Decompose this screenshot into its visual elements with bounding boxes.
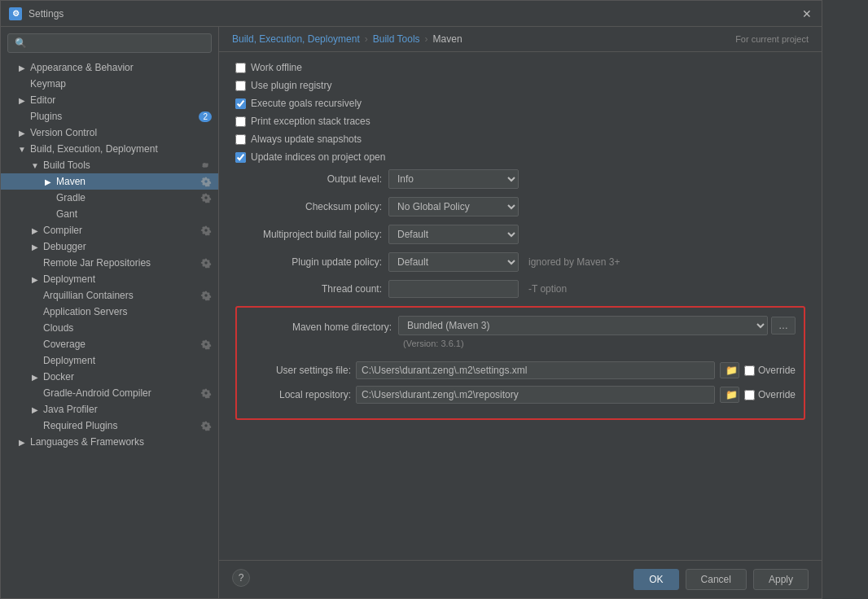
sidebar-item-gradle[interactable]: Gradle <box>1 190 218 206</box>
plugin-update-control: Default Force Update Do Not Update ignor… <box>388 252 805 272</box>
sidebar-item-editor[interactable]: ▶ Editor <box>1 92 218 108</box>
close-button[interactable]: ✕ <box>800 7 813 20</box>
sidebar-item-clouds[interactable]: Clouds <box>1 320 218 336</box>
sidebar-item-maven[interactable]: ▶ Maven <box>1 173 218 190</box>
thread-count-label: Thread count: <box>235 283 382 295</box>
use-plugin-registry-checkbox[interactable] <box>235 81 246 91</box>
checkbox-execute-goals: Execute goals recursively <box>235 98 805 109</box>
local-repo-browse-button[interactable]: 📁 <box>720 387 739 403</box>
checkbox-always-update: Always update snapshots <box>235 133 805 145</box>
output-level-select[interactable]: Info Debug Quiet <box>388 169 519 189</box>
sidebar-item-required-plugins[interactable]: Required Plugins <box>1 418 218 434</box>
local-repo-override: Override <box>744 389 796 400</box>
breadcrumb-part1[interactable]: Build, Execution, Deployment <box>232 33 360 45</box>
gear-icon <box>200 225 212 236</box>
sidebar-item-deployment2[interactable]: Deployment <box>1 352 218 369</box>
sidebar-item-label: Version Control <box>30 127 97 138</box>
always-update-checkbox[interactable] <box>235 134 246 145</box>
sidebar-item-arquillian[interactable]: Arquillian Containers <box>1 287 218 304</box>
expand-arrow-icon: ▶ <box>43 177 53 186</box>
sidebar-item-app-servers[interactable]: Application Servers <box>1 304 218 320</box>
sidebar-item-java-profiler[interactable]: ▶ Java Profiler <box>1 401 218 418</box>
sidebar-item-compiler[interactable]: ▶ Compiler <box>1 222 218 238</box>
sidebar-item-docker[interactable]: ▶ Docker <box>1 369 218 385</box>
thread-count-hint: -T option <box>528 283 567 295</box>
checksum-policy-select[interactable]: No Global Policy Fail Warn Ignore <box>388 197 519 216</box>
sidebar-item-deployment[interactable]: ▶ Deployment <box>1 271 218 287</box>
help-button[interactable]: ? <box>232 569 250 587</box>
multiproject-fail-select[interactable]: Default Fail At End Never Fail <box>388 225 519 244</box>
sidebar-item-coverage[interactable]: Coverage <box>1 336 218 352</box>
sidebar-item-debugger[interactable]: ▶ Debugger <box>1 238 218 255</box>
user-settings-input[interactable] <box>356 361 715 379</box>
sidebar-item-label: Keymap <box>30 78 66 90</box>
app-icon: ⚙ <box>9 7 22 20</box>
update-indices-checkbox[interactable] <box>235 152 246 163</box>
sidebar-item-version-control[interactable]: ▶ Version Control <box>1 125 218 141</box>
expand-arrow-icon: ▶ <box>30 242 40 251</box>
maven-home-select[interactable]: Bundled (Maven 3) <box>398 316 768 335</box>
execute-goals-checkbox[interactable] <box>235 98 246 109</box>
sidebar-item-label: Java Profiler <box>43 404 98 415</box>
plugin-update-select[interactable]: Default Force Update Do Not Update <box>388 252 519 272</box>
sidebar-item-appearance[interactable]: ▶ Appearance & Behavior <box>1 59 218 76</box>
user-settings-row: User settings file: 📁 Override <box>245 361 796 379</box>
expand-arrow-icon: ▶ <box>30 404 40 414</box>
gear-icon <box>200 160 212 171</box>
plugin-update-label: Plugin update policy: <box>235 256 382 268</box>
expand-arrow-icon <box>30 356 40 365</box>
cancel-button[interactable]: Cancel <box>686 569 747 590</box>
breadcrumb-part2[interactable]: Build Tools <box>373 33 420 45</box>
sidebar-item-keymap[interactable]: Keymap <box>1 76 218 92</box>
local-repo-label: Local repository: <box>245 389 351 400</box>
sidebar-item-label: Debugger <box>43 241 86 252</box>
maven-version-note: (Version: 3.6.1) <box>400 339 464 348</box>
maven-home-browse-button[interactable]: … <box>771 317 796 334</box>
apply-button[interactable]: Apply <box>753 569 809 590</box>
sidebar-item-label: Gradle-Android Compiler <box>43 387 151 399</box>
user-settings-override-label: Override <box>758 365 796 376</box>
multiproject-fail-label: Multiproject build fail policy: <box>235 229 382 240</box>
local-repo-input[interactable] <box>356 386 715 404</box>
user-settings-override: Override <box>744 365 796 376</box>
checkbox-use-plugin: Use plugin registry <box>235 80 805 91</box>
work-offline-checkbox[interactable] <box>235 63 246 73</box>
expand-arrow-icon <box>30 307 40 317</box>
sidebar-item-gradle-android[interactable]: Gradle-Android Compiler <box>1 385 218 401</box>
sidebar-item-gant[interactable]: Gant <box>1 206 218 222</box>
sidebar-item-remote-jar[interactable]: Remote Jar Repositories <box>1 255 218 271</box>
sidebar-item-label: Languages & Frameworks <box>30 436 144 448</box>
local-repo-override-checkbox[interactable] <box>744 390 755 400</box>
sidebar-item-label: Build, Execution, Deployment <box>30 143 158 155</box>
print-exception-checkbox[interactable] <box>235 116 246 127</box>
checkbox-work-offline: Work offline <box>235 62 805 73</box>
expand-arrow-icon <box>43 193 53 203</box>
expand-arrow-icon: ▶ <box>17 128 27 138</box>
expand-arrow-icon <box>30 291 40 300</box>
user-settings-override-checkbox[interactable] <box>744 365 755 376</box>
sidebar-item-label: Clouds <box>43 322 73 334</box>
sidebar-item-languages[interactable]: ▶ Languages & Frameworks <box>1 434 218 450</box>
breadcrumb-sep1: › <box>365 33 368 45</box>
expand-arrow-icon: ▶ <box>17 95 27 105</box>
user-settings-browse-button[interactable]: 📁 <box>720 362 739 378</box>
ok-button[interactable]: OK <box>633 569 678 590</box>
use-plugin-label: Use plugin registry <box>251 80 331 91</box>
sidebar-item-build-tools[interactable]: ▼ Build Tools <box>1 157 218 173</box>
update-indices-label: Update indices on project open <box>251 151 385 163</box>
thread-count-input[interactable] <box>388 280 519 298</box>
sidebar-item-plugins[interactable]: Plugins 2 <box>1 108 218 125</box>
sidebar-item-label: Remote Jar Repositories <box>43 257 151 269</box>
search-input[interactable] <box>7 33 212 53</box>
expand-arrow-icon: ▼ <box>17 144 27 154</box>
expand-arrow-icon <box>30 339 40 349</box>
sidebar-item-label: Application Servers <box>43 306 127 317</box>
maven-home-row: Maven home directory: Bundled (Maven 3) … <box>245 316 796 339</box>
gear-icon <box>200 257 212 269</box>
plugin-update-row: Plugin update policy: Default Force Upda… <box>235 252 805 272</box>
project-note: For current project <box>735 34 809 44</box>
sidebar-item-label: Compiler <box>43 225 82 236</box>
gear-icon <box>200 176 212 187</box>
sidebar-item-build-exec-deploy[interactable]: ▼ Build, Execution, Deployment <box>1 141 218 157</box>
plugin-update-hint: ignored by Maven 3+ <box>528 256 620 268</box>
